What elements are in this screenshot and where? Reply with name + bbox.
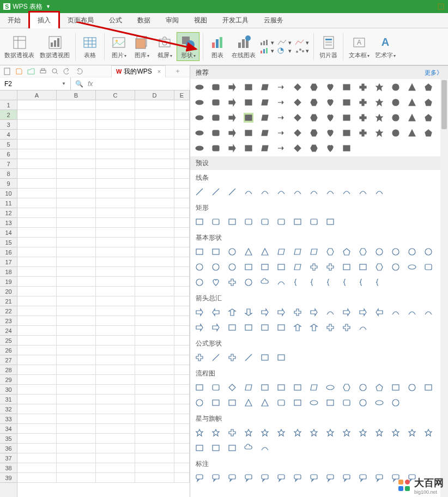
cell[interactable] bbox=[17, 277, 57, 287]
shape-recommended[interactable] bbox=[342, 98, 352, 107]
shape-callout[interactable] bbox=[309, 473, 319, 483]
cell[interactable] bbox=[135, 277, 174, 287]
row-header[interactable]: 9 bbox=[0, 179, 17, 189]
shape-circ[interactable] bbox=[244, 277, 253, 287]
row-header[interactable]: 12 bbox=[0, 208, 17, 218]
cell[interactable] bbox=[57, 198, 96, 208]
shape-rrect[interactable] bbox=[342, 398, 352, 408]
shape-rrect[interactable] bbox=[276, 398, 286, 408]
shape-rect[interactable] bbox=[391, 383, 401, 392]
row-header[interactable]: 6 bbox=[0, 149, 17, 159]
shape-recommended[interactable] bbox=[244, 113, 253, 123]
shape-curve[interactable] bbox=[244, 187, 253, 197]
cell[interactable] bbox=[57, 110, 96, 120]
shape-circ[interactable] bbox=[391, 247, 401, 257]
shape-oval[interactable] bbox=[309, 398, 319, 408]
cell[interactable] bbox=[17, 296, 57, 306]
shape-recommended[interactable] bbox=[309, 113, 319, 123]
shape-callout[interactable] bbox=[260, 473, 270, 483]
cell[interactable] bbox=[96, 414, 135, 424]
search-icon[interactable]: 🔍 bbox=[75, 80, 83, 88]
shape-rect[interactable] bbox=[227, 323, 237, 332]
cell[interactable] bbox=[96, 198, 135, 208]
shape-rrect[interactable] bbox=[211, 383, 221, 392]
shape-rect[interactable] bbox=[293, 398, 302, 408]
cell[interactable] bbox=[17, 140, 57, 149]
cell[interactable] bbox=[57, 385, 96, 395]
shape-recommended[interactable] bbox=[423, 98, 433, 107]
shape-recommended[interactable] bbox=[244, 98, 253, 107]
cell[interactable] bbox=[17, 414, 57, 424]
cell[interactable] bbox=[135, 414, 174, 424]
column-header[interactable]: E bbox=[174, 90, 190, 100]
shape-plus[interactable] bbox=[325, 323, 335, 332]
undo-icon[interactable] bbox=[63, 68, 71, 75]
shape-star[interactable] bbox=[293, 428, 302, 438]
shape-para[interactable] bbox=[309, 247, 319, 257]
cell[interactable] bbox=[174, 179, 190, 189]
cell[interactable] bbox=[57, 453, 96, 463]
cell[interactable] bbox=[96, 218, 135, 228]
shape-recommended[interactable] bbox=[391, 128, 401, 138]
shape-line[interactable] bbox=[227, 187, 237, 197]
cell[interactable] bbox=[17, 267, 57, 277]
cell[interactable] bbox=[135, 316, 174, 326]
shape-callout[interactable] bbox=[276, 473, 286, 483]
row-header[interactable]: 19 bbox=[0, 277, 17, 287]
cell[interactable] bbox=[135, 179, 174, 189]
shape-brace[interactable] bbox=[342, 277, 352, 287]
row-header[interactable]: 37 bbox=[0, 453, 17, 463]
cell[interactable] bbox=[174, 257, 190, 267]
open-icon[interactable] bbox=[27, 68, 35, 75]
cell[interactable] bbox=[17, 355, 57, 365]
cell[interactable] bbox=[17, 149, 57, 159]
column-header[interactable]: C bbox=[96, 90, 135, 100]
shape-rarrow[interactable] bbox=[195, 323, 204, 332]
shape-recommended[interactable] bbox=[325, 113, 335, 123]
shape-rarrow[interactable] bbox=[276, 307, 286, 317]
shape-rect[interactable] bbox=[325, 217, 335, 227]
shape-recommended[interactable] bbox=[309, 98, 319, 107]
tab-data[interactable]: 数据 bbox=[130, 13, 158, 28]
shape-rect[interactable] bbox=[244, 323, 253, 332]
tab-dev-tools[interactable]: 开发工具 bbox=[215, 13, 256, 28]
shape-recommended[interactable] bbox=[260, 143, 270, 153]
cell[interactable] bbox=[57, 375, 96, 385]
shape-recommended[interactable] bbox=[276, 128, 286, 138]
redo-icon[interactable] bbox=[75, 68, 83, 75]
row-header[interactable]: 36 bbox=[0, 444, 17, 453]
shape-star[interactable] bbox=[309, 428, 319, 438]
cell[interactable] bbox=[174, 159, 190, 169]
cell[interactable] bbox=[57, 404, 96, 414]
cell[interactable] bbox=[135, 434, 174, 444]
shape-recommended[interactable] bbox=[423, 82, 433, 92]
cell[interactable] bbox=[96, 140, 135, 149]
cell[interactable] bbox=[135, 424, 174, 434]
shape-cloud[interactable] bbox=[260, 277, 270, 287]
cell[interactable] bbox=[57, 355, 96, 365]
mini-chart-6[interactable]: ▾ bbox=[295, 47, 309, 54]
shape-line[interactable] bbox=[211, 187, 221, 197]
cell[interactable] bbox=[174, 287, 190, 296]
cell[interactable] bbox=[135, 189, 174, 198]
shape-hex[interactable] bbox=[374, 262, 384, 272]
new-icon[interactable] bbox=[3, 68, 11, 75]
tab-formulas[interactable]: 公式 bbox=[101, 13, 130, 28]
cell[interactable] bbox=[135, 208, 174, 218]
cell[interactable] bbox=[135, 296, 174, 306]
cell[interactable] bbox=[135, 120, 174, 130]
cell[interactable] bbox=[17, 326, 57, 336]
shape-recommended[interactable] bbox=[374, 128, 384, 138]
shape-callout[interactable] bbox=[325, 473, 335, 483]
shape-rarrow[interactable] bbox=[260, 307, 270, 317]
shape-diam[interactable] bbox=[227, 383, 237, 392]
shape-circ[interactable] bbox=[423, 247, 433, 257]
name-box-dropdown[interactable]: ▼ bbox=[62, 81, 66, 86]
shape-curve[interactable] bbox=[325, 307, 335, 317]
row-header[interactable]: 32 bbox=[0, 404, 17, 414]
cell[interactable] bbox=[57, 149, 96, 159]
shape-star[interactable] bbox=[391, 428, 401, 438]
shape-circ[interactable] bbox=[358, 383, 368, 392]
cell[interactable] bbox=[17, 247, 57, 257]
shape-recommended[interactable] bbox=[195, 128, 204, 138]
